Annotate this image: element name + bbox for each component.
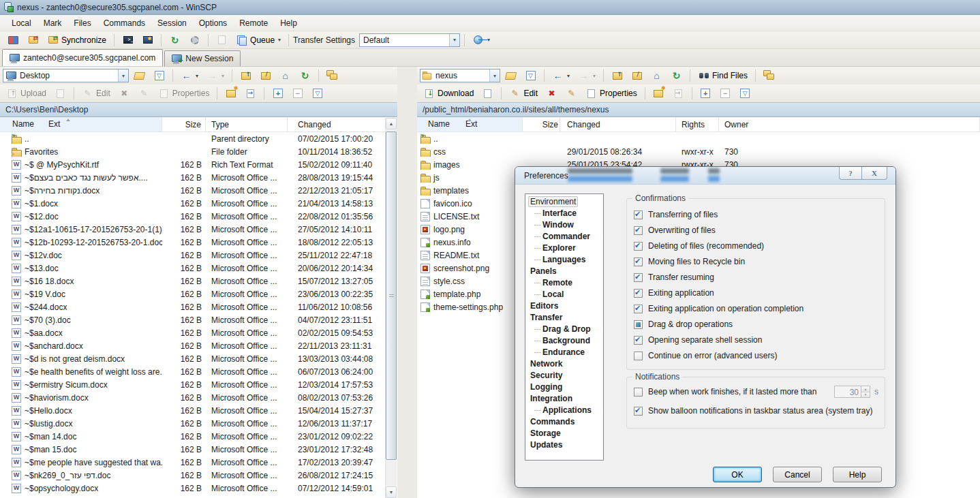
local-selection-filter-button[interactable]: ▽ [308, 86, 326, 101]
remote-refresh-button[interactable]: ↻ [667, 68, 686, 83]
tree-item-network[interactable]: Network [525, 358, 603, 370]
download-button[interactable]: Download [420, 86, 477, 101]
local-forward-button[interactable]: →▾ [203, 68, 228, 83]
remote-back-button[interactable]: ←▾ [549, 68, 573, 83]
tree-item-applications[interactable]: Applications [525, 405, 603, 416]
file-row[interactable]: ↰..Parent directory07/02/2015 17:00:20 [0, 132, 397, 145]
file-row[interactable]: ~$12.doc162 BMicrosoft Office ...22/08/2… [0, 210, 397, 223]
window-titlebar[interactable]: nexus - zantech0@secure305.sgcpanel.com … [0, 0, 980, 15]
remote-properties-button[interactable]: Properties [582, 86, 641, 101]
file-row[interactable]: ~$lustig.docx162 BMicrosoft Office ...12… [0, 417, 397, 430]
tree-item-drag-drop[interactable]: Drag & Drop [525, 324, 603, 335]
tab-new-session[interactable]: + New Session [164, 50, 241, 66]
file-row[interactable]: ~$ @ MyPsychKit.rtf162 BRich Text Format… [0, 158, 397, 171]
beep-duration-input[interactable]: 30 [834, 386, 861, 398]
tree-item-remote[interactable]: Remote [525, 277, 603, 289]
remote-edit-button[interactable]: ✎ Edit [506, 86, 541, 101]
column-header-size[interactable]: Size [162, 117, 206, 131]
file-row[interactable]: ~$opsychology.docx162 BMicrosoft Office … [0, 482, 397, 495]
file-row[interactable]: ~$haviorism.docx162 BMicrosoft Office ..… [0, 391, 397, 404]
remote-delete-button[interactable]: ✖ [542, 86, 561, 101]
remote-select-button[interactable]: + [696, 86, 715, 101]
remote-new-folder-button[interactable] [649, 86, 668, 101]
local-parent-directory-button[interactable] [236, 68, 255, 83]
column-header-changed[interactable]: Changed [288, 117, 397, 131]
menu-item-options[interactable]: Options [193, 16, 233, 30]
remote-unselect-button[interactable]: − [716, 86, 735, 101]
local-edit-button[interactable]: ✎ Edit [78, 86, 114, 101]
file-row[interactable]: ~$19 V.doc162 BMicrosoft Office ...23/06… [0, 287, 397, 300]
file-row[interactable]: ~$ermistry Sicum.docx162 BMicrosoft Offi… [0, 378, 397, 391]
local-delete-button[interactable]: ✖ [115, 86, 134, 101]
local-root-directory-button[interactable] [256, 68, 275, 83]
menu-item-commands[interactable]: Commands [97, 16, 151, 30]
tree-item-explorer[interactable]: Explorer [525, 243, 603, 254]
tree-item-commands[interactable]: Commands [525, 416, 603, 428]
find-files-button[interactable]: Find Files [694, 68, 751, 83]
checkbox-opening-separate-shell-session[interactable] [634, 336, 643, 345]
tree-item-storage[interactable]: Storage [525, 428, 603, 439]
menu-item-mark[interactable]: Mark [37, 16, 68, 30]
file-row[interactable]: ~$man 15.doc162 BMicrosoft Office ...23/… [0, 443, 397, 456]
tree-item-background[interactable]: Background [525, 335, 603, 347]
file-row[interactable]: ~$man 14.doc162 BMicrosoft Office ...23/… [0, 430, 397, 443]
scroll-down-button[interactable]: ▼ [386, 486, 397, 498]
tree-item-interface[interactable]: Interface [525, 208, 603, 219]
ok-button[interactable]: OK [713, 467, 762, 482]
dialog-help-button[interactable]: ? [839, 167, 861, 180]
local-synchronize-browsing-button[interactable] [323, 68, 341, 83]
local-select-button[interactable]: + [269, 86, 287, 101]
tree-item-environment[interactable]: Environment [525, 196, 603, 208]
remote-parent-directory-button[interactable] [608, 68, 626, 83]
remote-forward-button[interactable]: →▾ [575, 68, 599, 83]
column-header-name[interactable]: Name Ext [0, 117, 162, 131]
file-row[interactable]: ~$16 18.docx162 BMicrosoft Office ...15/… [0, 275, 397, 287]
spinner-buttons[interactable]: ▲▼ [861, 386, 870, 398]
tree-item-editors[interactable]: Editors [525, 300, 603, 312]
file-row[interactable]: ~$anchard.docx162 BMicrosoft Office ...2… [0, 339, 397, 352]
remote-directory-combobox[interactable]: nexus ▾ [420, 69, 500, 82]
remote-filter-button[interactable]: ▽ [521, 68, 540, 83]
file-row[interactable]: ~$70 (3).doc162 BMicrosoft Office ...04/… [0, 313, 397, 326]
file-row[interactable]: ~$Hello.docx162 BMicrosoft Office ...15/… [0, 404, 397, 417]
beep-checkbox[interactable] [634, 388, 643, 396]
file-row[interactable]: ~$me people have suggested that wa...162… [0, 456, 397, 469]
file-row[interactable]: ★FavoritesFile folder10/11/2014 18:36:52 [0, 145, 397, 158]
checkbox-transfer-resuming[interactable] [634, 273, 643, 282]
local-home-directory-button[interactable]: ⌂ [276, 68, 294, 83]
local-open-directory-button[interactable] [130, 68, 149, 83]
column-header-rights[interactable]: Rights [676, 117, 719, 131]
tree-item-updates[interactable]: Updates [525, 439, 603, 451]
local-properties-button[interactable]: Properties [155, 86, 213, 101]
checkbox-drag-drop-operations[interactable] [634, 320, 643, 329]
tree-item-endurance[interactable]: Endurance [525, 347, 603, 358]
file-row[interactable]: ~$d is not great deism.docx162 BMicrosof… [0, 352, 397, 365]
saved-sessions-button[interactable] [24, 33, 42, 48]
file-row[interactable]: ~$12b-10293-12-201526753-20-1.doc162 BMi… [0, 236, 397, 249]
menu-item-help[interactable]: Help [274, 16, 303, 30]
tree-item-local[interactable]: Local [525, 289, 603, 300]
file-row[interactable]: ~$e health benefits of weight loss are..… [0, 365, 397, 378]
tree-item-transfer[interactable]: Transfer [525, 312, 603, 324]
local-refresh-button[interactable]: ↻ [296, 68, 314, 83]
checkbox-exiting-application[interactable] [634, 289, 643, 298]
help-button[interactable]: Help [833, 467, 882, 482]
transfer-list-button[interactable] [213, 33, 231, 48]
upload-button[interactable]: Upload [3, 86, 50, 101]
file-row[interactable]: ~$12v.doc162 BMicrosoft Office ...25/11/… [0, 249, 397, 262]
remote-synchronize-browsing-button[interactable] [760, 68, 778, 83]
column-header-size[interactable]: Size [523, 117, 560, 131]
file-row[interactable]: ~$נקודות בחירה.docx162 BMicrosoft Office… [0, 184, 397, 197]
file-row[interactable]: ~$nk269_0_דפי עזר.doc162 BMicrosoft Offi… [0, 469, 397, 482]
local-drive-combobox[interactable]: Desktop ▾ [3, 69, 129, 82]
local-unselect-button[interactable]: − [288, 86, 307, 101]
checkbox-moving-files-to-recycle-bin[interactable] [634, 258, 643, 266]
file-row[interactable]: ~$aa.docx162 BMicrosoft Office ...02/02/… [0, 326, 397, 339]
remote-root-directory-button[interactable] [628, 68, 646, 83]
menu-item-files[interactable]: Files [67, 16, 97, 30]
refresh-session-button[interactable]: ↻ [166, 33, 184, 48]
tree-item-panels[interactable]: Panels [525, 266, 603, 277]
local-path-bar[interactable]: C:\Users\Beni\Desktop [0, 102, 397, 117]
file-row[interactable]: ↰.. [417, 132, 980, 145]
tree-item-window[interactable]: Window [525, 219, 603, 231]
